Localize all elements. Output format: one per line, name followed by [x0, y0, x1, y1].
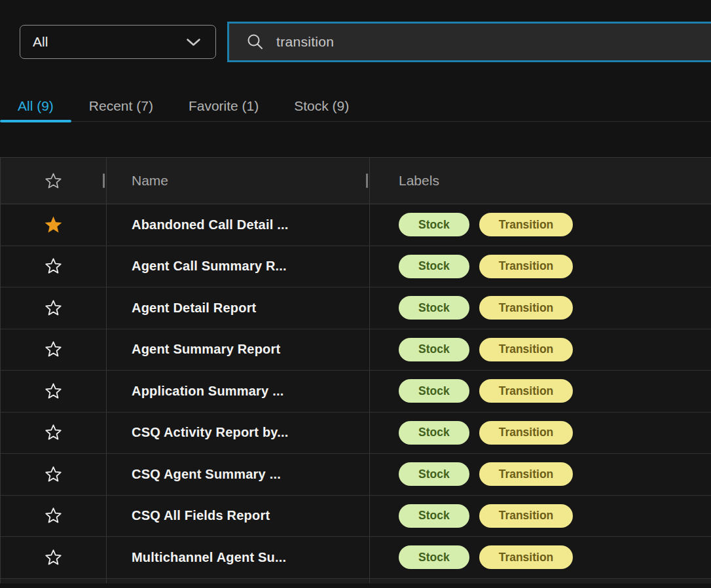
- labels-cell: StockTransition: [370, 413, 711, 454]
- labels-column-label: Labels: [399, 173, 439, 189]
- favorite-cell: [1, 371, 107, 412]
- header-favorite-column[interactable]: [1, 158, 107, 204]
- star-outline-icon[interactable]: [45, 424, 62, 441]
- star-outline-icon[interactable]: [45, 466, 62, 483]
- label-pill-transition: Transition: [479, 504, 574, 528]
- labels-cell: StockTransition: [370, 454, 711, 495]
- table-row[interactable]: Application Summary ...StockTransition: [1, 371, 711, 413]
- report-name[interactable]: Agent Summary Report: [132, 342, 280, 357]
- label-pill-stock: Stock: [399, 296, 469, 320]
- report-name[interactable]: CSQ Activity Report by...: [132, 425, 288, 440]
- name-cell: Agent Detail Report: [107, 287, 370, 329]
- table-header-row: Name Labels: [1, 158, 711, 204]
- table-row[interactable]: CSQ Activity Report by...StockTransition: [1, 413, 711, 454]
- star-outline-icon[interactable]: [45, 382, 62, 400]
- favorite-cell: [1, 329, 107, 371]
- column-resize-handle[interactable]: [366, 174, 368, 188]
- favorite-cell: [1, 204, 107, 246]
- label-pill-transition: Transition: [479, 255, 574, 278]
- column-resize-handle[interactable]: [103, 174, 105, 188]
- label-pill-transition: Transition: [479, 338, 574, 361]
- table-row[interactable]: Multichannel Agent Su...StockTransition: [1, 537, 711, 579]
- favorite-cell: [1, 413, 107, 454]
- filter-dropdown-value: All: [33, 34, 48, 50]
- filter-dropdown[interactable]: All: [20, 25, 216, 59]
- name-cell: CSQ Agent Summary ...: [107, 454, 370, 495]
- search-icon: [247, 33, 264, 50]
- label-pill-stock: Stock: [399, 338, 469, 361]
- name-cell: Multichannel Agent Su...: [107, 537, 370, 578]
- report-name[interactable]: Application Summary ...: [132, 384, 283, 399]
- table-row[interactable]: Abandoned Call Detail ...StockTransition: [1, 204, 711, 246]
- favorite-cell: [1, 454, 107, 495]
- table-row[interactable]: CSQ All Fields ReportStockTransition: [1, 496, 711, 538]
- label-pill-stock: Stock: [399, 421, 469, 445]
- name-cell: CSQ All Fields Report: [107, 496, 370, 537]
- search-query-text: transition: [276, 34, 334, 50]
- tab-bar: All (9)Recent (7)Favorite (1)Stock (9): [0, 90, 711, 122]
- label-pill-stock: Stock: [399, 213, 469, 236]
- star-outline-icon[interactable]: [45, 299, 62, 317]
- label-pill-transition: Transition: [479, 296, 574, 320]
- label-pill-stock: Stock: [399, 462, 469, 486]
- header-labels-column[interactable]: Labels: [370, 158, 711, 204]
- labels-cell: StockTransition: [370, 537, 711, 578]
- star-outline-icon[interactable]: [45, 507, 62, 524]
- header-name-column[interactable]: Name: [107, 158, 370, 204]
- tab-stock[interactable]: Stock (9): [276, 90, 367, 121]
- star-outline-icon[interactable]: [45, 340, 62, 358]
- table-row[interactable]: Agent Summary ReportStockTransition: [1, 329, 711, 371]
- report-table: Name Labels Abandoned Call Detail ...Sto…: [0, 157, 711, 583]
- star-outline-icon: [45, 172, 62, 190]
- name-cell: Agent Summary Report: [107, 329, 370, 371]
- favorite-cell: [1, 496, 107, 537]
- report-name[interactable]: CSQ Agent Summary ...: [132, 467, 281, 482]
- name-cell: Application Summary ...: [107, 371, 370, 412]
- name-cell: Agent Call Summary R...: [107, 246, 370, 287]
- star-filled-icon[interactable]: [43, 215, 64, 235]
- label-pill-transition: Transition: [479, 379, 574, 403]
- report-name[interactable]: CSQ All Fields Report: [132, 508, 270, 523]
- tab-all[interactable]: All (9): [0, 90, 71, 121]
- name-column-label: Name: [132, 173, 168, 189]
- report-name[interactable]: Agent Call Summary R...: [132, 259, 287, 274]
- labels-cell: StockTransition: [370, 496, 711, 537]
- label-pill-transition: Transition: [479, 213, 574, 236]
- label-pill-transition: Transition: [479, 545, 574, 569]
- search-input[interactable]: transition: [227, 22, 711, 62]
- label-pill-stock: Stock: [399, 255, 469, 278]
- table-row[interactable]: Agent Detail ReportStockTransition: [1, 287, 711, 329]
- tab-recent[interactable]: Recent (7): [71, 90, 171, 121]
- label-pill-transition: Transition: [479, 462, 574, 486]
- favorite-cell: [1, 287, 107, 329]
- report-name[interactable]: Agent Detail Report: [132, 301, 256, 316]
- labels-cell: StockTransition: [370, 329, 711, 371]
- label-pill-stock: Stock: [399, 379, 469, 403]
- chevron-down-icon: [186, 38, 201, 46]
- star-outline-icon[interactable]: [45, 549, 62, 566]
- name-cell: CSQ Activity Report by...: [107, 413, 370, 454]
- star-outline-icon[interactable]: [45, 257, 62, 275]
- name-cell: Abandoned Call Detail ...: [107, 204, 370, 246]
- labels-cell: StockTransition: [370, 287, 711, 329]
- label-pill-transition: Transition: [479, 421, 574, 445]
- favorite-cell: [1, 246, 107, 287]
- label-pill-stock: Stock: [399, 545, 469, 569]
- table-row[interactable]: CSQ Agent Summary ...StockTransition: [1, 454, 711, 496]
- labels-cell: StockTransition: [370, 246, 711, 287]
- label-pill-stock: Stock: [399, 504, 469, 528]
- favorite-cell: [1, 537, 107, 578]
- tab-favorite[interactable]: Favorite (1): [171, 90, 276, 121]
- next-row-partial: [1, 579, 711, 583]
- labels-cell: StockTransition: [370, 204, 711, 246]
- labels-cell: StockTransition: [370, 371, 711, 412]
- report-name[interactable]: Abandoned Call Detail ...: [132, 217, 288, 232]
- report-name[interactable]: Multichannel Agent Su...: [132, 550, 286, 565]
- table-row[interactable]: Agent Call Summary R...StockTransition: [1, 246, 711, 288]
